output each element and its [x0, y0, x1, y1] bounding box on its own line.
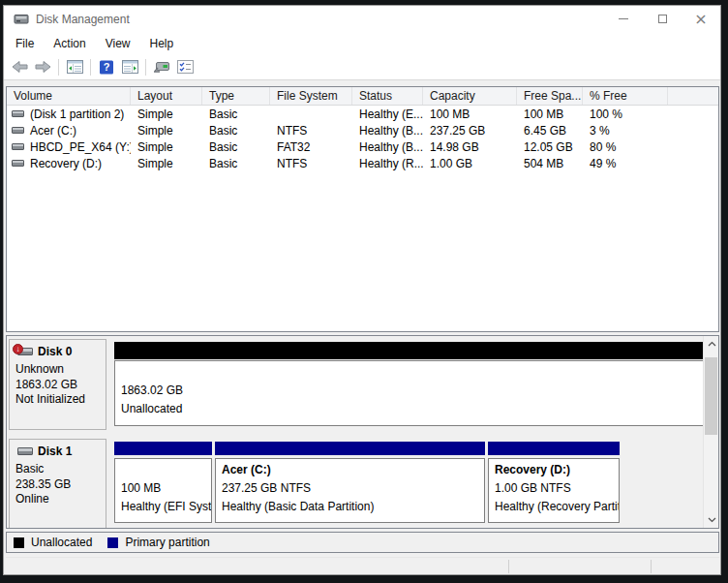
column-header-file-system[interactable]: File System	[270, 87, 352, 105]
svg-text:?: ?	[104, 61, 110, 73]
column-header-volume[interactable]: Volume	[7, 87, 131, 105]
disk1-partition-acer-c[interactable]: Acer (C:) 237.25 GB NTFS Healthy (Basic …	[215, 442, 485, 529]
legend-primary-partition-label: Primary partition	[125, 536, 209, 549]
cell-pct-free: 3 %	[583, 124, 668, 138]
cell-free-space: 504 MB	[517, 157, 583, 170]
toolbar-separator	[90, 59, 91, 76]
back-button[interactable]	[8, 56, 31, 78]
cell-volume: (Disk 1 partition 2)	[7, 107, 131, 121]
maximize-icon	[658, 15, 667, 23]
menu-bar: File Action View Help	[4, 32, 720, 54]
table-row[interactable]: Recovery (D:) Simple Basic NTFS Healthy …	[7, 155, 718, 171]
show-console-tree-button[interactable]	[63, 56, 86, 78]
volume-icon	[12, 160, 24, 167]
forward-button[interactable]	[31, 56, 54, 78]
region-body: 1863.02 GB Unallocated	[114, 360, 706, 426]
cell-type: Basic	[202, 157, 270, 170]
disk0-unallocated-region[interactable]: 1863.02 GB Unallocated	[114, 342, 706, 430]
region-size: 100 MB	[121, 479, 211, 498]
maximize-button[interactable]	[643, 6, 682, 32]
disk1-partition-efi[interactable]: 100 MB Healthy (EFI Syst	[114, 442, 212, 529]
column-header-free-space[interactable]: Free Spa...	[517, 87, 583, 105]
column-header-filler	[668, 87, 718, 105]
show-action-pane-button[interactable]	[118, 56, 141, 78]
disk-drive-icon	[14, 13, 29, 25]
column-header-pct-free[interactable]: % Free	[583, 87, 668, 105]
region-status: Healthy (EFI Syst	[121, 498, 211, 516]
volume-list-panel: Volume Layout Type File System Status Ca…	[6, 86, 719, 332]
checklist-button[interactable]	[173, 56, 197, 78]
disk0-row: ↓ Disk 0 Unknown 1863.02 GB Not Initiali…	[9, 339, 701, 430]
scroll-down-button[interactable]	[704, 512, 719, 528]
legend-unallocated-label: Unallocated	[31, 536, 92, 549]
title-bar[interactable]: Disk Management ×	[4, 6, 720, 32]
checklist-icon	[177, 60, 194, 74]
disk1-size: 238.35 GB	[15, 477, 104, 493]
help-button[interactable]: ?	[95, 56, 118, 78]
menu-view[interactable]: View	[96, 34, 140, 53]
cell-status: Healthy (E...	[352, 107, 423, 121]
disk0-status: Not Initialized	[15, 392, 104, 408]
disk1-partition-recovery-d[interactable]: Recovery (D:) 1.00 GB NTFS Healthy (Reco…	[488, 442, 620, 529]
region-name	[121, 363, 705, 382]
primary-partition-band	[114, 442, 212, 455]
region-body: Recovery (D:) 1.00 GB NTFS Healthy (Reco…	[488, 458, 620, 523]
cell-volume: Acer (C:)	[7, 124, 131, 138]
menu-action[interactable]: Action	[44, 34, 95, 53]
table-row[interactable]: (Disk 1 partition 2) Simple Basic Health…	[7, 106, 718, 122]
screen-tool-button[interactable]	[150, 56, 173, 78]
status-bar-divider	[651, 560, 652, 573]
region-size: 237.25 GB NTFS	[222, 479, 484, 498]
cell-capacity: 14.98 GB	[423, 140, 517, 154]
primary-partition-swatch-icon	[107, 537, 118, 548]
menu-help[interactable]: Help	[140, 34, 184, 53]
scrollbar-thumb[interactable]	[705, 357, 717, 435]
column-header-capacity[interactable]: Capacity	[423, 87, 517, 105]
legend-bar: Unallocated Primary partition	[6, 532, 719, 553]
disk-error-badge-icon: ↓	[13, 344, 23, 354]
column-header-type[interactable]: Type	[202, 87, 270, 105]
menu-file[interactable]: File	[6, 34, 44, 53]
disk0-info-panel[interactable]: ↓ Disk 0 Unknown 1863.02 GB Not Initiali…	[9, 339, 106, 430]
vertical-scrollbar[interactable]	[703, 336, 718, 528]
region-name	[121, 461, 211, 479]
volume-icon	[12, 110, 24, 117]
minimize-button[interactable]	[604, 6, 643, 32]
minimize-icon	[619, 18, 628, 19]
chevron-up-icon	[708, 341, 716, 347]
cell-capacity: 237.25 GB	[423, 124, 517, 138]
region-name: Recovery (D:)	[495, 461, 619, 479]
region-size: 1863.02 GB	[121, 382, 705, 400]
disk-management-window: Disk Management × File Action View Help	[3, 5, 721, 575]
disk1-status: Online	[15, 492, 104, 507]
close-icon: ×	[694, 12, 707, 27]
scroll-up-button[interactable]	[704, 336, 719, 352]
disk1-icon	[15, 445, 33, 457]
unallocated-swatch-icon	[14, 537, 24, 548]
show-console-tree-icon	[67, 60, 83, 74]
legend-unallocated: Unallocated	[14, 536, 92, 549]
table-row[interactable]: Acer (C:) Simple Basic NTFS Healthy (B..…	[7, 122, 718, 138]
disk1-regions: 100 MB Healthy (EFI Syst Acer (C:) 237.2…	[114, 439, 701, 529]
cell-volume: HBCD_PE_X64 (Y:)	[7, 140, 131, 154]
primary-partition-band	[488, 442, 620, 455]
cell-volume: Recovery (D:)	[7, 157, 131, 170]
cell-free-space: 6.45 GB	[517, 124, 583, 138]
close-button[interactable]: ×	[682, 6, 720, 32]
region-status: Healthy (Basic Data Partition)	[222, 498, 484, 516]
back-icon	[12, 60, 28, 74]
cell-layout: Simple	[131, 107, 202, 121]
disk1-info-panel[interactable]: Disk 1 Basic 238.35 GB Online	[9, 439, 106, 529]
column-header-status[interactable]: Status	[352, 87, 423, 105]
status-bar-divider	[508, 560, 509, 573]
disk0-icon: ↓	[15, 346, 33, 357]
column-header-layout[interactable]: Layout	[131, 87, 202, 105]
region-name: Acer (C:)	[222, 461, 484, 479]
cell-type: Basic	[202, 124, 270, 138]
table-row[interactable]: HBCD_PE_X64 (Y:) Simple Basic FAT32 Heal…	[7, 138, 718, 155]
disk0-regions: 1863.02 GB Unallocated	[114, 339, 701, 430]
disk-graphical-panel: ↓ Disk 0 Unknown 1863.02 GB Not Initiali…	[6, 335, 719, 529]
disk1-type: Basic	[15, 462, 104, 477]
cell-type: Basic	[202, 140, 270, 154]
cell-pct-free: 80 %	[583, 140, 668, 154]
